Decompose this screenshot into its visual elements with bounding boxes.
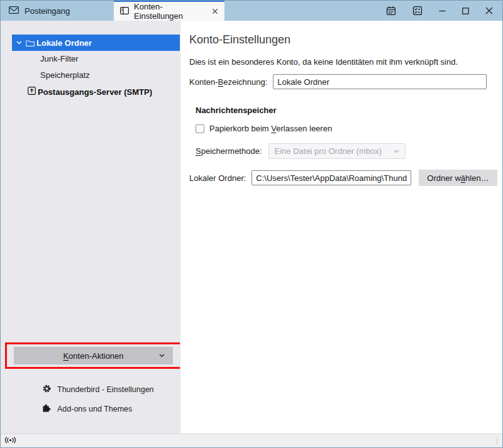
tab-bar: Posteingang Konten-Einstellungen: [1, 1, 502, 21]
sidebar-item-label: Lokale Ordner: [36, 38, 92, 48]
sidebar-item-junk-filter[interactable]: Junk-Filter: [1, 51, 180, 67]
button-label-part: Ordner w: [427, 173, 460, 183]
sidebar-item-smtp-server[interactable]: Postausgangs-Server (SMTP): [1, 84, 180, 100]
statusbar-divider: [497, 437, 497, 445]
chevron-down-icon: [394, 150, 399, 153]
account-sidebar: Lokale Ordner Junk-Filter Speicherplatz …: [1, 21, 180, 434]
empty-trash-row: Papierkorb beim Verlassen leeren: [196, 124, 502, 133]
tasks-icon[interactable]: [412, 6, 423, 16]
thunderbird-window: Posteingang Konten-Einstellungen: [0, 0, 503, 448]
settings-pane: Konto-Einstellungen Dies ist ein besonde…: [180, 21, 502, 434]
account-name-input[interactable]: [273, 74, 487, 89]
calendar-icon[interactable]: [386, 6, 396, 16]
account-actions-button[interactable]: Konten-Aktionen: [14, 347, 173, 364]
storage-method-label: Speichermethode:: [196, 146, 262, 156]
minimize-icon[interactable]: [439, 8, 446, 14]
main-area: Lokale Ordner Junk-Filter Speicherplatz …: [1, 21, 502, 434]
annotation-highlight: Konten-Aktionen: [5, 342, 182, 369]
tab-label: Konten-Einstellungen: [134, 2, 206, 21]
local-folder-label: Lokaler Ordner:: [189, 173, 246, 183]
link-label: Add-ons und Themes: [57, 405, 132, 413]
choose-folder-button[interactable]: Ordner wählen…: [419, 170, 497, 186]
tab-close-icon[interactable]: [211, 7, 219, 16]
account-name-row: Konten-Bezeichnung:: [189, 74, 502, 89]
addons-themes-link[interactable]: Add-ons und Themes: [42, 403, 180, 415]
sidebar-item-speicherplatz[interactable]: Speicherplatz: [1, 67, 180, 84]
chevron-down-icon[interactable]: [16, 41, 22, 45]
smtp-send-icon: [28, 87, 36, 97]
sidebar-item-label: Postausgangs-Server (SMTP): [38, 87, 152, 97]
status-bar: [1, 434, 502, 447]
page-title: Konto-Einstellungen: [189, 33, 502, 46]
button-label-part: hlen…: [465, 173, 489, 183]
sidebar-spacer: [1, 100, 180, 342]
local-folder-row: Lokaler Ordner: Ordner wählen…: [189, 170, 502, 186]
broadcast-icon: [5, 436, 16, 445]
storage-method-dropdown: Eine Datei pro Ordner (mbox): [268, 143, 406, 159]
account-name-label: Konten-Bezeichnung:: [189, 77, 267, 87]
sidebar-footer-links: Thunderbird - Einstellungen Add-ons und …: [42, 384, 180, 415]
puzzle-piece-icon: [42, 403, 52, 415]
page-description: Dies ist ein besonderes Konto, da keine …: [189, 57, 502, 67]
message-storage-heading: Nachrichtenspeicher: [196, 106, 502, 115]
empty-trash-checkbox[interactable]: [196, 124, 204, 133]
dropdown-value: Eine Datei pro Ordner (mbox): [275, 146, 382, 156]
chevron-down-icon: [159, 354, 165, 358]
tab-konten-einstellungen[interactable]: Konten-Einstellungen: [114, 1, 224, 21]
maximize-icon[interactable]: [462, 8, 469, 14]
mail-envelope-icon: [9, 6, 19, 16]
button-label-accesskey: ä: [461, 173, 465, 183]
button-label-accesskey: K: [63, 351, 69, 361]
close-icon[interactable]: [485, 7, 493, 14]
gear-icon: [42, 384, 52, 395]
tab-posteingang[interactable]: Posteingang: [1, 1, 114, 21]
titlebar-controls: [386, 1, 502, 21]
button-label-part: onten-Aktionen: [69, 351, 123, 361]
folder-icon: [26, 40, 35, 46]
tab-label: Posteingang: [25, 6, 70, 16]
storage-method-row: Speichermethode: Eine Datei pro Ordner (…: [196, 143, 502, 159]
account-settings-icon: [120, 7, 129, 16]
thunderbird-settings-link[interactable]: Thunderbird - Einstellungen: [42, 384, 180, 395]
link-label: Thunderbird - Einstellungen: [57, 385, 154, 394]
empty-trash-label: Papierkorb beim Verlassen leeren: [209, 124, 332, 133]
local-folder-input[interactable]: [252, 170, 411, 185]
sidebar-item-lokale-ordner[interactable]: Lokale Ordner: [12, 35, 180, 51]
